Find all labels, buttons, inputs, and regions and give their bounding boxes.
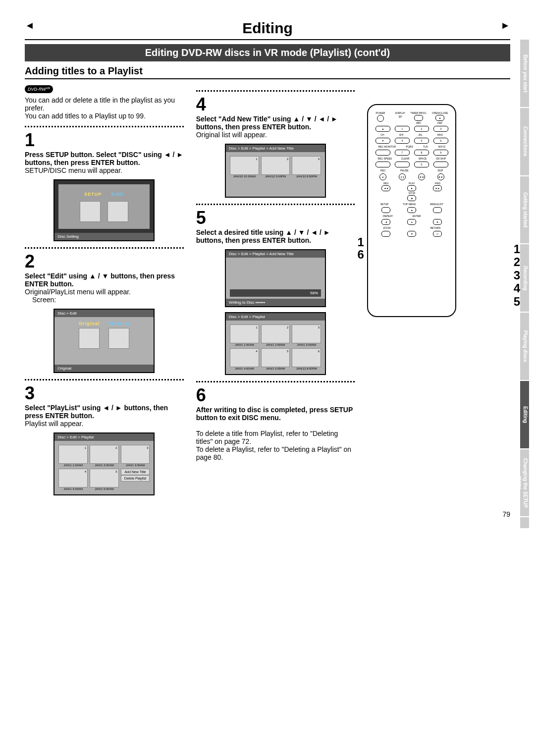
step-2-screen-label: Screen:	[32, 296, 184, 304]
playlist2-header: Disc > Edit > Playlist	[226, 313, 325, 321]
num-9[interactable]: 9	[433, 150, 448, 156]
intro-text-1: You can add or delete a title in the pla…	[25, 96, 184, 112]
p2-thumb-1: 1	[230, 324, 259, 343]
p2-thumb-6: 6	[292, 348, 321, 367]
sidebar-editing: Editing	[520, 381, 529, 449]
step-3-num: 3	[25, 383, 184, 404]
num-4[interactable]: 4	[395, 138, 410, 144]
thumb-4: 4	[58, 469, 88, 487]
dpad-up-button[interactable]: ▲	[407, 207, 416, 213]
subsection-title: Adding titles to a Playlist	[25, 65, 510, 79]
edit-screen: Disc > Edit Original PlayList Original	[54, 309, 155, 373]
playlist-label: PlayList	[107, 321, 131, 326]
rec-button[interactable]: ●	[379, 173, 386, 180]
cm-skip-button[interactable]	[433, 162, 448, 167]
playlist2-screen: Disc > Edit > Playlist 1JAN/1 1:00AM 2JA…	[225, 312, 326, 375]
thumb-3: 3	[121, 445, 150, 464]
remote-control: POWER DISPLAY.@/: TIMER PROG.ABC OPEN/CL…	[367, 104, 456, 317]
dpad-left-button[interactable]: ◄	[381, 219, 390, 225]
stop-button[interactable]: ■	[407, 195, 416, 201]
num-1[interactable]: 1	[395, 126, 410, 132]
timer-button[interactable]	[414, 115, 423, 121]
dpad-down-button[interactable]: ▼	[407, 231, 416, 237]
thumb-5: 5	[90, 469, 119, 487]
num-7[interactable]: 7	[395, 150, 410, 156]
step-6-text2: To delete a Playlist, refer to "Deleting…	[196, 445, 355, 461]
rec-speed-button[interactable]	[375, 162, 390, 167]
writing-header: Disc > Edit > Playlist > Add New Title	[226, 250, 325, 258]
sidebar-getting: Getting started	[520, 176, 529, 245]
addnew-screen: Disc > Edit > Playlist > Add New Title 1…	[225, 144, 326, 198]
progress-percent: 58%	[230, 289, 321, 297]
disc-icon	[107, 201, 128, 222]
sidebar-connections: Connections	[520, 108, 529, 176]
open-button[interactable]: ▲	[435, 115, 444, 121]
step-4-instruction: Select "Add New Title" using ▲ / ▼ / ◄ /…	[196, 115, 355, 131]
sidebar-tabs: Before you start Connections Getting sta…	[520, 40, 529, 528]
dvdrw-logo-icon: DVD-RW	[25, 85, 53, 93]
step-1-num: 1	[25, 130, 184, 151]
rev-button[interactable]: ◄◄	[381, 185, 390, 191]
menu-delete: Delete Playlist	[121, 475, 150, 482]
num-2[interactable]: 2	[414, 126, 429, 132]
setup-footer: Disc Setting	[54, 233, 154, 240]
intro-text-2: You can add titles to a Playlist up to 9…	[25, 112, 184, 120]
original-icon	[79, 328, 100, 349]
p2-thumb-3: 3	[292, 324, 321, 343]
addnew-header: Disc > Edit > Playlist > Add New Title	[226, 145, 325, 152]
step-6-text1: To delete a title from Playlist, refer t…	[196, 430, 355, 445]
zoom-button[interactable]	[381, 231, 390, 237]
p2-thumb-5: 5	[261, 348, 290, 367]
writing-footer: Writing to Disc ▪▪▪▪▪▪▪	[226, 299, 325, 306]
skip-back-button[interactable]: ◄◄	[418, 173, 425, 180]
skip-fwd-button[interactable]: ►►	[437, 173, 444, 180]
power-button[interactable]	[377, 115, 384, 122]
menu-add: Add New Title	[121, 469, 150, 475]
sidebar-others: Others	[520, 517, 529, 528]
an-thumb-2: 2	[261, 156, 290, 175]
setup-icon	[80, 201, 101, 222]
callout-6-left: 6	[357, 248, 364, 262]
column-right: 1 6 1 2 3 4 5 POWER DISPLAY.@/: TIMER PR…	[367, 84, 510, 500]
an-thumb-3: 3	[292, 156, 321, 175]
sidebar-setup: Changing the SETUP menu	[520, 449, 529, 518]
enter-button[interactable]: ●	[407, 219, 416, 225]
writing-screen: Disc > Edit > Playlist > Add New Title 5…	[225, 249, 326, 307]
ch-down-button[interactable]: ▼	[375, 138, 390, 144]
rec-monitor-button[interactable]	[375, 150, 390, 156]
fwd-button[interactable]: ►►	[433, 185, 442, 191]
play-button[interactable]: ►	[407, 185, 416, 191]
clear-button[interactable]	[395, 162, 410, 167]
num-0[interactable]: 0	[414, 162, 429, 167]
menu-list-button[interactable]	[433, 207, 442, 213]
step-2-num: 2	[25, 251, 184, 272]
original-label: Original	[77, 321, 102, 326]
step-3-text: Playlist will appear.	[25, 420, 184, 428]
callout-1-left: 1	[357, 235, 364, 249]
column-left: DVD-RW You can add or delete a title in …	[25, 84, 184, 500]
edit-footer: Original	[54, 365, 154, 372]
pause-button[interactable]: ❙❙	[399, 173, 406, 180]
num-3[interactable]: 3	[433, 126, 448, 132]
p2-thumb-2: 2	[261, 324, 290, 343]
setup-disc-screen: SETUP DISC Disc Setting	[54, 179, 155, 241]
column-middle: 4 Select "Add New Title" using ▲ / ▼ / ◄…	[196, 84, 355, 500]
dpad-right-button[interactable]: ►	[433, 219, 442, 225]
ch-up-button[interactable]: ▲	[375, 126, 390, 132]
sidebar-playing: Playing discs	[520, 313, 529, 381]
page-number: 79	[25, 510, 510, 518]
page-title: Editing	[25, 20, 510, 37]
disc-tab: DISC	[111, 192, 124, 197]
step-2-instruction: Select "Edit" using ▲ / ▼ buttons, then …	[25, 272, 184, 288]
step-1-instruction: Press SETUP button. Select "DISC" using …	[25, 151, 184, 166]
num-5[interactable]: 5	[414, 138, 429, 144]
playlist-screen: Disc > Edit > Playlist 1JAN/1 1:00AM 2JA…	[54, 432, 155, 495]
num-6[interactable]: 6	[433, 138, 448, 144]
step-4-num: 4	[196, 94, 355, 115]
setup-button[interactable]	[381, 207, 390, 213]
num-8[interactable]: 8	[414, 150, 429, 156]
return-button[interactable]: ↩	[433, 231, 442, 237]
callout-right: 1 2 3 4 5	[514, 243, 520, 308]
an-thumb-1: 1	[230, 156, 259, 175]
p2-thumb-4: 4	[230, 348, 259, 367]
